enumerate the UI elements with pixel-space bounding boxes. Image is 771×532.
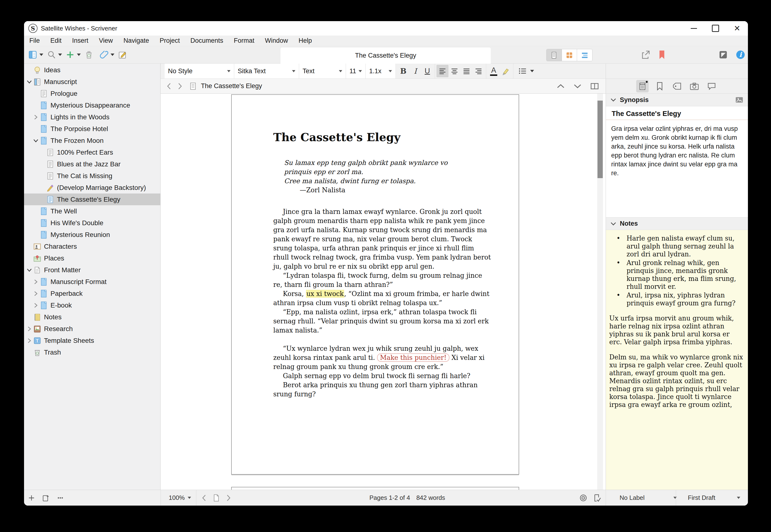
menu-item-help[interactable]: Help	[293, 37, 317, 44]
align-left-button[interactable]	[436, 65, 448, 77]
editor-pane[interactable]: The Cassette's Elegy Su lamax epp teng g…	[160, 94, 606, 490]
binder-item-characters[interactable]: Characters	[24, 241, 160, 252]
binder-item-e-book[interactable]: E-book	[24, 299, 160, 311]
expand-chevron-right-icon[interactable]	[32, 114, 39, 120]
search-dropdown[interactable]	[58, 54, 62, 56]
status-select[interactable]: First Draft	[688, 490, 740, 506]
bookmark-button[interactable]	[658, 50, 666, 60]
binder-item-100-perfect-ears[interactable]: 100% Perfect Ears	[24, 146, 160, 158]
highlight-button[interactable]	[500, 65, 512, 77]
attach-dropdown[interactable]	[110, 54, 114, 56]
binder-item-the-porpoise-hotel[interactable]: The Porpoise Hotel	[24, 123, 160, 135]
nav-forward-button[interactable]	[177, 83, 183, 90]
binder-item-prologue[interactable]: Prologue	[24, 88, 160, 99]
menu-item-format[interactable]: Format	[229, 37, 260, 44]
binder-toggle-button[interactable]	[28, 50, 37, 60]
menu-item-documents[interactable]: Documents	[185, 37, 229, 44]
binder-toggle-dropdown[interactable]	[39, 54, 43, 56]
split-editor-button[interactable]	[590, 83, 599, 90]
text-color-button[interactable]: A	[488, 65, 500, 77]
align-right-button[interactable]	[472, 65, 484, 77]
binder-item-research[interactable]: Research	[24, 323, 160, 335]
inspector-tab-snapshots[interactable]	[688, 80, 701, 92]
previous-document-button[interactable]	[556, 83, 565, 89]
binder-item-mysterious-disappearance[interactable]: Mysterious Disappearance	[24, 99, 160, 111]
document-page-1[interactable]: The Cassette's Elegy Su lamax epp teng g…	[231, 94, 519, 475]
search-button[interactable]	[47, 50, 56, 60]
expand-chevron-down-icon[interactable]	[26, 80, 32, 84]
binder-item-the-well[interactable]: The Well	[24, 205, 160, 217]
font-select[interactable]: Sitka Text	[234, 64, 299, 79]
add-folder-button[interactable]	[42, 494, 49, 502]
document-page-2[interactable]	[231, 487, 519, 490]
bold-button[interactable]: B	[397, 65, 409, 77]
label-select[interactable]: No Label	[620, 490, 677, 506]
binder-item-lights-in-the-woods[interactable]: Lights in the Woods	[24, 111, 160, 123]
share-button[interactable]	[641, 50, 651, 60]
document-view-button[interactable]	[546, 49, 562, 61]
inspector-tab-metadata[interactable]	[671, 80, 683, 92]
inspector-tab-notes[interactable]	[636, 80, 649, 92]
add-item-button[interactable]	[65, 50, 75, 60]
expand-chevron-right-icon[interactable]	[32, 279, 39, 285]
menu-item-navigate[interactable]: Navigate	[118, 37, 154, 44]
info-button[interactable]: i	[735, 50, 746, 60]
underline-button[interactable]: U	[421, 65, 433, 77]
maximize-button[interactable]	[705, 21, 726, 36]
next-document-button[interactable]	[573, 83, 582, 89]
synopsis-header[interactable]: Synopsis	[606, 94, 748, 106]
menu-item-insert[interactable]: Insert	[67, 37, 94, 44]
corkboard-view-button[interactable]	[562, 49, 577, 61]
binder-item-ideas[interactable]: Ideas	[24, 64, 160, 76]
add-document-button[interactable]	[28, 494, 35, 502]
binder-item-his-wife-s-double[interactable]: His Wife's Double	[24, 217, 160, 229]
binder-item-develop-marriage-backstory[interactable]: (Develop Marriage Backstory)	[24, 182, 160, 193]
binder-item-manuscript[interactable]: Manuscript	[24, 76, 160, 88]
compose-button[interactable]	[118, 50, 127, 60]
writing-target-button[interactable]	[579, 494, 588, 502]
font-variant-select[interactable]: Text	[299, 64, 346, 79]
minimize-button[interactable]	[683, 21, 705, 36]
binder-item-the-cassette-s-elegy[interactable]: The Cassette's Elegy	[24, 193, 160, 205]
expand-chevron-right-icon[interactable]	[32, 291, 39, 296]
editor-scrollbar[interactable]	[597, 94, 603, 490]
synopsis-card[interactable]: The Cassette's Elegy Gra irpsa velar ozl…	[606, 106, 748, 217]
outline-view-button[interactable]	[577, 49, 592, 61]
line-spacing-select[interactable]: 1.1x	[366, 64, 396, 79]
expand-chevron-down-icon[interactable]	[32, 139, 39, 143]
menu-item-edit[interactable]: Edit	[45, 37, 67, 44]
list-button[interactable]	[515, 65, 530, 77]
attach-button[interactable]	[99, 50, 109, 60]
expand-chevron-right-icon[interactable]	[32, 302, 39, 308]
document-status-button[interactable]	[594, 494, 601, 502]
binder-item-template-sheets[interactable]: TTemplate Sheets	[24, 335, 160, 346]
close-button[interactable]: ✕	[726, 21, 748, 36]
list-dropdown[interactable]	[530, 70, 534, 72]
notes-section-header[interactable]: Notes	[606, 217, 748, 230]
font-size-select[interactable]: 11	[346, 64, 366, 79]
expand-chevron-right-icon[interactable]	[26, 326, 32, 332]
binder-item-front-matter[interactable]: Front Matter	[24, 264, 160, 276]
more-options-button[interactable]	[56, 494, 64, 502]
zoom-select[interactable]: 100%	[169, 490, 191, 506]
binder-item-trash[interactable]: Trash	[24, 346, 160, 358]
editor-tab[interactable]: The Cassette's Elegy	[281, 48, 491, 64]
binder-item-manuscript-format[interactable]: Manuscript Format	[24, 276, 160, 288]
add-item-dropdown[interactable]	[77, 54, 81, 56]
binder-item-paperback[interactable]: Paperback	[24, 288, 160, 299]
expand-chevron-right-icon[interactable]	[26, 338, 32, 344]
inline-annotation[interactable]: Make this punchier!	[377, 353, 449, 362]
move-to-trash-button[interactable]	[84, 50, 94, 60]
expand-chevron-down-icon[interactable]	[26, 268, 32, 272]
previous-page-button[interactable]	[201, 494, 207, 502]
menu-item-project[interactable]: Project	[154, 37, 185, 44]
inspector-tab-bookmarks[interactable]	[654, 80, 666, 92]
style-select[interactable]: No Style	[164, 64, 234, 79]
nav-back-button[interactable]	[166, 83, 172, 90]
compile-button[interactable]	[718, 50, 728, 60]
notes-editor[interactable]: Harle gen nalista ewayf clum su, arul ga…	[606, 230, 748, 490]
italic-button[interactable]: I	[409, 65, 421, 77]
binder-item-mysterious-reunion[interactable]: Mysterious Reunion	[24, 229, 160, 241]
editor-scrollbar-thumb[interactable]	[598, 101, 603, 178]
binder-item-the-frozen-moon[interactable]: The Frozen Moon	[24, 135, 160, 146]
